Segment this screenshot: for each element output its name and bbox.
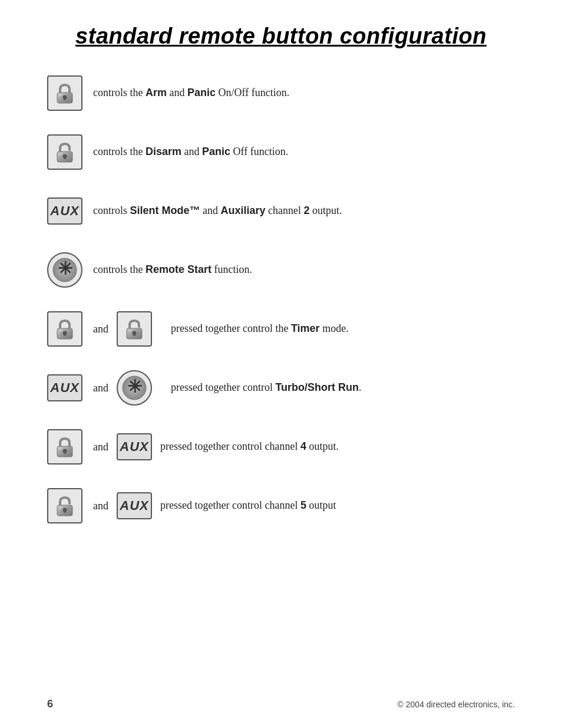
lock-locked-icon-2 (47, 311, 82, 347)
list-item: and (47, 308, 515, 350)
svg-rect-16 (134, 333, 135, 336)
list-item: ✳ controls the Remote Start function. (47, 249, 515, 291)
page-number: 6 (47, 698, 53, 710)
svg-text:✳: ✳ (127, 377, 142, 396)
svg-rect-22 (64, 451, 66, 454)
icon-cell-ch4: and AUX (47, 429, 152, 465)
svg-rect-26 (64, 510, 66, 513)
star-icon-2: ✳ (117, 370, 152, 406)
svg-rect-2 (64, 97, 66, 100)
item-description: controls the Disarm and Panic Off functi… (93, 144, 288, 159)
list-item: and AUX pressed together control channel… (47, 426, 515, 467)
icon-cell-aux: AUX (47, 197, 93, 225)
aux-icon-4: AUX (117, 492, 152, 519)
and-label: and (93, 323, 108, 335)
aux-icon: AUX (47, 197, 82, 225)
list-item: controls the Arm and Panic On/Off functi… (47, 73, 515, 114)
lock-unlocked-icon-3 (47, 488, 82, 523)
svg-rect-12 (64, 333, 66, 336)
svg-rect-6 (64, 156, 66, 159)
svg-text:✳: ✳ (58, 259, 72, 278)
copyright: © 2004 directed electronics, inc. (398, 700, 515, 709)
item-description: pressed together control channel 5 outpu… (160, 498, 336, 513)
page: standard remote button configuration (0, 0, 562, 579)
icon-cell-ch5: and AUX (47, 488, 152, 523)
and-label: and (93, 382, 108, 394)
item-description: pressed together control the Timer mode. (171, 321, 349, 336)
lock-locked-icon-3 (47, 429, 82, 465)
list-item: controls the Disarm and Panic Off functi… (47, 131, 515, 173)
icon-cell-timer: and (47, 311, 163, 347)
icon-cell-turbo: AUX and ✳ (47, 370, 163, 406)
lock-locked-icon (47, 75, 82, 111)
item-description: controls the Remote Start function. (93, 262, 252, 277)
page-title: standard remote button configuration (47, 24, 515, 49)
item-description: controls the Arm and Panic On/Off functi… (93, 85, 289, 100)
icon-cell-disarm (47, 134, 93, 170)
list-item: and AUX pressed together control channel… (47, 485, 515, 526)
and-label: and (93, 441, 108, 453)
lock-unlocked-icon-2 (117, 311, 152, 347)
item-description: pressed together control channel 4 outpu… (160, 439, 339, 454)
item-description: pressed together control Turbo/Short Run… (171, 380, 362, 395)
list-item: AUX controls Silent Mode™ and Auxiliary … (47, 190, 515, 232)
footer: 6 © 2004 directed electronics, inc. (47, 698, 515, 710)
and-label: and (93, 500, 108, 512)
icon-cell-star: ✳ (47, 252, 93, 288)
aux-icon-2: AUX (47, 374, 82, 401)
lock-unlocked-icon (47, 134, 82, 170)
icon-cell-arm (47, 75, 93, 111)
star-icon: ✳ (47, 252, 82, 288)
item-description: controls Silent Mode™ and Auxiliary chan… (93, 203, 342, 218)
list-item: AUX and ✳ pressed together control Turbo… (47, 367, 515, 409)
aux-icon-3: AUX (117, 433, 152, 460)
